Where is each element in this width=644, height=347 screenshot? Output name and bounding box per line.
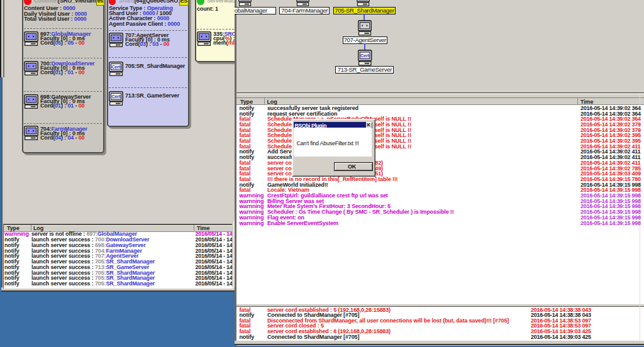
- svg-text:Cert: Cert: [360, 53, 370, 59]
- svg-text:Cert: Cert: [111, 94, 121, 99]
- svg-text:Cert: Cert: [111, 64, 121, 70]
